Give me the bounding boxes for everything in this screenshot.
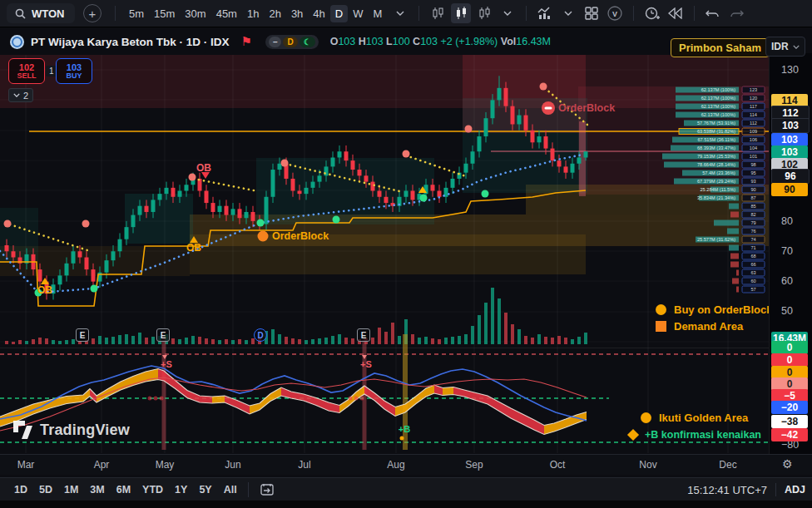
price-axis-label: 60 [781, 275, 793, 287]
range-5y[interactable]: 5Y [193, 481, 217, 498]
chart-style-candles-button[interactable] [451, 3, 471, 23]
candle-body [311, 182, 315, 188]
collapse-count: 2 [23, 91, 28, 101]
compare-add-button[interactable]: + [83, 4, 102, 22]
gear-icon[interactable]: ⚙ [782, 457, 793, 471]
profile-bar-text: 79.153M (25.53%) [697, 154, 735, 159]
toggle-d[interactable]: D [283, 37, 297, 47]
layout-grid-button[interactable] [582, 3, 602, 23]
candle-body [378, 191, 382, 197]
interval-30m[interactable]: 30m [180, 5, 210, 22]
range-ytd[interactable]: YTD [136, 481, 169, 498]
undo-button[interactable] [703, 3, 723, 23]
range-6m[interactable]: 6M [111, 481, 136, 498]
ob-demand-label[interactable]: OB [186, 242, 201, 254]
chart-style-bars-button[interactable] [428, 3, 448, 23]
chart-style-more-button[interactable] [498, 3, 517, 23]
earnings-badge[interactable]: E [156, 328, 170, 342]
profile-bar-text: 62.137M (100%) [701, 87, 735, 92]
candle-body [131, 215, 136, 228]
interval-3h[interactable]: 3h [286, 5, 308, 22]
price-axis[interactable]: 13080706050−80114112103103103102969016.4… [769, 53, 812, 454]
candle-body [517, 116, 522, 125]
volume-bar [331, 336, 334, 344]
primbon-saham-button[interactable]: Primbon Saham [671, 38, 770, 57]
interval-W[interactable]: W [348, 5, 368, 22]
goto-date-button[interactable] [257, 480, 277, 500]
range-3m[interactable]: 3M [84, 481, 110, 498]
template-v-button[interactable]: V [605, 3, 625, 23]
interval-D[interactable]: D [330, 5, 348, 22]
orderblock-sell-label[interactable]: OrderBlock [558, 102, 615, 114]
swing-high-dot [540, 83, 547, 91]
chart-style-hollow-button[interactable] [474, 3, 494, 23]
swing-low-dot [333, 216, 340, 224]
indicators-button[interactable] [535, 3, 555, 23]
range-1d[interactable]: 1D [8, 481, 33, 498]
symbol-search[interactable]: WTON [7, 3, 75, 23]
candle-body [151, 200, 156, 212]
price-axis-label: 50 [781, 305, 793, 317]
candle-body [531, 131, 535, 143]
indicators-more-button[interactable] [558, 3, 578, 23]
price-axis-label: 70 [781, 245, 793, 257]
ob-demand-label-left[interactable]: OB [37, 284, 52, 296]
interval-15m[interactable]: 15m [149, 5, 180, 22]
ob-supply-label[interactable]: OB [196, 162, 211, 174]
swing-high-dot [4, 220, 12, 228]
interval-more-button[interactable] [390, 3, 410, 23]
toggle-moon[interactable]: ☾ [300, 37, 315, 47]
range-5d[interactable]: 5D [33, 481, 58, 498]
replay-button[interactable] [666, 3, 686, 23]
interval-5m[interactable]: 5m [124, 5, 149, 22]
object-tree-collapse-chip[interactable]: 2 [8, 88, 33, 102]
symbol-title[interactable]: PT Wijaya Karya Beton Tbk · 1D · IDX [31, 36, 229, 48]
time-axis[interactable]: ⚙ MarAprMayJunJulAugSepOctNovDec [0, 454, 812, 475]
redo-button[interactable] [726, 3, 746, 23]
volume-bar [138, 333, 141, 344]
volume-bar [544, 337, 547, 344]
interval-2h[interactable]: 2h [264, 5, 285, 22]
swing-low-dot [257, 219, 265, 227]
profile-price-text: 104 [750, 145, 757, 150]
candle-body [471, 151, 475, 164]
interval-1h[interactable]: 1h [242, 5, 264, 22]
interval-45m[interactable]: 45m [211, 5, 242, 22]
buy-button[interactable]: 103 BUY [56, 58, 92, 84]
candle-body [498, 88, 502, 101]
candle-body [584, 151, 588, 157]
earnings-badge[interactable]: E [357, 328, 370, 342]
toggle-dash[interactable]: – [269, 37, 282, 47]
profile-bar [714, 220, 739, 226]
minus-icon [545, 107, 552, 110]
volume-bar [125, 334, 128, 344]
orderblock-buy-label[interactable]: OrderBlock [272, 230, 329, 242]
range-1y[interactable]: 1Y [169, 481, 193, 498]
interval-4h[interactable]: 4h [308, 5, 329, 22]
open-key: O [330, 36, 339, 47]
dividend-badge[interactable]: D [254, 328, 267, 342]
sell-button[interactable]: 102 SELL [8, 58, 45, 84]
volume-bar [344, 338, 348, 344]
flag-icon[interactable]: ⚑ [240, 34, 251, 49]
change-value: +2 (+1.98%) [440, 36, 498, 47]
volume-bar [424, 337, 428, 344]
orderblock-buy-dot [258, 231, 269, 242]
adjust-toggle[interactable]: ADJ [785, 484, 805, 496]
clock[interactable]: 15:12:41 UTC+7 [687, 484, 767, 496]
range-all[interactable]: All [218, 481, 243, 498]
range-1m[interactable]: 1M [58, 481, 84, 498]
alert-button[interactable] [642, 3, 662, 23]
interval-M[interactable]: M [369, 5, 388, 22]
candle-body [218, 206, 222, 212]
buy-confirm-dot [400, 436, 404, 441]
volume-bar [464, 334, 468, 344]
earnings-badge[interactable]: E [76, 328, 89, 342]
currency-dropdown[interactable]: IDR [765, 37, 805, 57]
candle-body [211, 203, 215, 212]
divider [248, 482, 249, 497]
search-icon [15, 8, 26, 19]
candle-body [245, 212, 249, 218]
profile-bar-text: 63.538M (31.82%) [697, 129, 735, 134]
time-axis-month: Jul [298, 459, 310, 471]
